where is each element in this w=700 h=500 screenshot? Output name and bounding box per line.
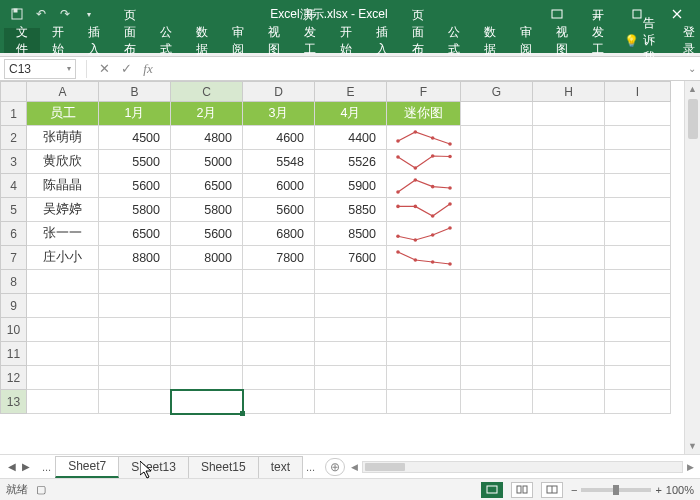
cell[interactable] <box>605 150 671 174</box>
cell[interactable] <box>605 318 671 342</box>
cell[interactable] <box>27 342 99 366</box>
view-layout-icon[interactable] <box>511 482 533 498</box>
cell[interactable] <box>99 318 171 342</box>
sparkline[interactable] <box>387 150 461 174</box>
accept-icon[interactable]: ✓ <box>115 61 137 76</box>
tab-公式[interactable]: 公式 <box>436 28 472 53</box>
cell[interactable] <box>27 366 99 390</box>
cell[interactable] <box>461 318 533 342</box>
cell[interactable]: 5548 <box>243 150 315 174</box>
cell[interactable] <box>605 222 671 246</box>
sparkline[interactable] <box>387 198 461 222</box>
cell[interactable] <box>605 198 671 222</box>
cell[interactable]: 4600 <box>243 126 315 150</box>
save-icon[interactable] <box>8 5 26 23</box>
cell[interactable]: 5526 <box>315 150 387 174</box>
col-header-I[interactable]: I <box>605 82 671 102</box>
cell[interactable] <box>605 270 671 294</box>
horizontal-scrollbar[interactable]: ◀ ▶ <box>345 461 700 473</box>
tab-file[interactable]: 文件 <box>4 28 40 53</box>
row-header-6[interactable]: 6 <box>1 222 27 246</box>
row-header-9[interactable]: 9 <box>1 294 27 318</box>
zoom-level[interactable]: 100% <box>666 484 694 496</box>
cell[interactable] <box>171 342 243 366</box>
cell[interactable] <box>171 318 243 342</box>
cell[interactable]: 4月 <box>315 102 387 126</box>
cell[interactable]: 5900 <box>315 174 387 198</box>
cell[interactable] <box>315 342 387 366</box>
cell[interactable] <box>99 342 171 366</box>
cell[interactable]: 员工 <box>27 102 99 126</box>
cell[interactable] <box>605 246 671 270</box>
sparkline[interactable] <box>387 174 461 198</box>
scroll-down-icon[interactable]: ▼ <box>688 438 697 454</box>
sparkline[interactable] <box>387 126 461 150</box>
tab-页面布局[interactable]: 页面布局 <box>112 28 148 53</box>
cell[interactable]: 8800 <box>99 246 171 270</box>
cell[interactable] <box>315 318 387 342</box>
cell[interactable] <box>387 390 461 414</box>
cell[interactable] <box>605 126 671 150</box>
zoom-out-button[interactable]: − <box>571 484 577 496</box>
cell[interactable] <box>243 342 315 366</box>
cancel-icon[interactable]: ✕ <box>93 61 115 76</box>
cell[interactable] <box>315 270 387 294</box>
tab-开发工具[interactable]: 开发工具 <box>292 28 328 53</box>
cell[interactable]: 5500 <box>99 150 171 174</box>
cell[interactable]: 5800 <box>171 198 243 222</box>
cell[interactable] <box>387 318 461 342</box>
cell[interactable]: 5850 <box>315 198 387 222</box>
add-sheet-button[interactable]: ⊕ <box>325 458 345 476</box>
cell[interactable] <box>171 390 243 414</box>
row-header-8[interactable]: 8 <box>1 270 27 294</box>
cell[interactable]: 陈晶晶 <box>27 174 99 198</box>
cell[interactable]: 2月 <box>171 102 243 126</box>
login-button[interactable]: 登录 <box>673 28 700 53</box>
hscroll-thumb[interactable] <box>365 463 405 471</box>
row-header-5[interactable]: 5 <box>1 198 27 222</box>
cell[interactable] <box>461 366 533 390</box>
cell[interactable]: 迷你图 <box>387 102 461 126</box>
cell[interactable] <box>605 342 671 366</box>
cell[interactable] <box>533 102 605 126</box>
sheet-nav-next-icon[interactable]: ▶ <box>20 461 32 472</box>
cell[interactable] <box>27 318 99 342</box>
cell[interactable] <box>605 294 671 318</box>
cell[interactable]: 张萌萌 <box>27 126 99 150</box>
cell[interactable]: 3月 <box>243 102 315 126</box>
cell[interactable] <box>27 270 99 294</box>
sheet-tab-Sheet13[interactable]: Sheet13 <box>118 456 189 478</box>
cell[interactable] <box>99 270 171 294</box>
tab-公式[interactable]: 公式 <box>148 28 184 53</box>
cell[interactable] <box>171 294 243 318</box>
col-header-A[interactable]: A <box>27 82 99 102</box>
cell[interactable] <box>243 294 315 318</box>
cell[interactable] <box>387 366 461 390</box>
tab-视图[interactable]: 视图 <box>256 28 292 53</box>
tab-数据[interactable]: 数据 <box>472 28 508 53</box>
tell-me[interactable]: 💡 告诉我... <box>616 28 673 53</box>
view-pagebreak-icon[interactable] <box>541 482 563 498</box>
cell[interactable] <box>315 294 387 318</box>
col-header-H[interactable]: H <box>533 82 605 102</box>
tab-插入[interactable]: 插入 <box>364 28 400 53</box>
cell[interactable] <box>461 150 533 174</box>
tab-审阅[interactable]: 审阅 <box>220 28 256 53</box>
cell[interactable] <box>315 390 387 414</box>
cell[interactable]: 张一一 <box>27 222 99 246</box>
fx-icon[interactable]: fx <box>137 61 159 77</box>
tab-页面布局[interactable]: 页面布局 <box>400 28 436 53</box>
cell[interactable] <box>533 174 605 198</box>
col-header-D[interactable]: D <box>243 82 315 102</box>
tab-视图[interactable]: 视图 <box>544 28 580 53</box>
tab-开始[interactable]: 开始 <box>40 28 76 53</box>
cell[interactable] <box>315 366 387 390</box>
scroll-up-icon[interactable]: ▲ <box>688 81 697 97</box>
sheet-tab-Sheet15[interactable]: Sheet15 <box>188 456 259 478</box>
row-header-12[interactable]: 12 <box>1 366 27 390</box>
tab-数据[interactable]: 数据 <box>184 28 220 53</box>
cell[interactable] <box>243 318 315 342</box>
cell[interactable] <box>533 246 605 270</box>
macro-record-icon[interactable]: ▢ <box>36 483 46 496</box>
cell[interactable]: 4800 <box>171 126 243 150</box>
